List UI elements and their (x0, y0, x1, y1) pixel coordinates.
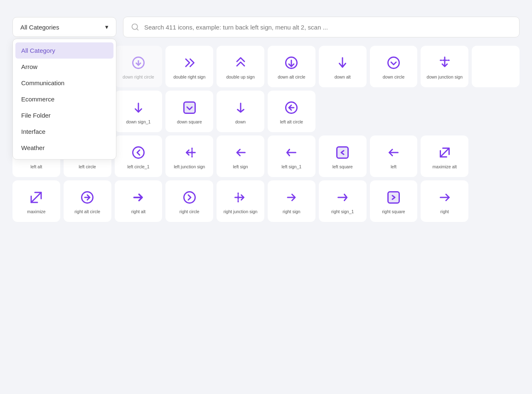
top-bar: All Categories ▾ All Category Arrow Comm… (12, 17, 520, 37)
list-item[interactable]: left circle_1 (115, 135, 163, 177)
icon-label: left square (332, 164, 353, 170)
list-item[interactable]: down (217, 91, 264, 132)
list-item[interactable]: left junction sign (165, 135, 213, 177)
list-item[interactable]: left sign (217, 135, 264, 177)
dropdown-selected-label: All Categories (20, 24, 59, 31)
icon-label: right sign (283, 209, 300, 215)
icon-label: down junction sign (427, 74, 463, 80)
list-item[interactable]: down square (165, 91, 213, 132)
list-item[interactable]: maximize (12, 180, 60, 222)
dropdown-item-communication[interactable]: Communication (13, 75, 116, 91)
icon-label: right sign_1 (331, 209, 354, 215)
icon-label: left alt (30, 164, 42, 170)
list-item[interactable]: right alt circle (64, 180, 111, 222)
icon-label: left circle_1 (127, 164, 149, 170)
search-icon (131, 23, 139, 31)
list-item[interactable]: right circle (165, 180, 213, 222)
list-item[interactable]: left alt circle (268, 91, 315, 132)
list-item[interactable]: left square (319, 135, 367, 177)
icon-label: down right circle (123, 74, 154, 80)
icon-label: right circle (180, 209, 200, 215)
svg-rect-22 (388, 192, 399, 203)
icon-label: left circle (79, 164, 96, 170)
dropdown-trigger[interactable]: All Categories ▾ (12, 17, 116, 37)
icon-label: left sign (233, 164, 248, 170)
list-item[interactable]: down circle (370, 46, 418, 87)
list-item[interactable]: right square (370, 180, 418, 222)
list-item[interactable]: down right circle (115, 46, 163, 87)
svg-line-1 (137, 29, 138, 30)
list-item[interactable]: maximize alt (421, 135, 468, 177)
list-item[interactable]: down alt (319, 46, 367, 87)
list-item[interactable]: down alt circle (268, 46, 315, 87)
list-item[interactable]: right junction sign (217, 180, 264, 222)
category-dropdown[interactable]: All Categories ▾ All Category Arrow Comm… (12, 17, 116, 37)
svg-point-19 (184, 192, 195, 203)
list-item[interactable]: left sign_1 (268, 135, 315, 177)
icon-label: right alt circle (74, 209, 100, 215)
icon-label: down circle (383, 74, 405, 80)
dropdown-item-filefolder[interactable]: File Folder (13, 107, 116, 123)
icon-label: maximize alt (433, 164, 457, 170)
list-item-empty (472, 46, 520, 87)
dropdown-menu: All Category Arrow Communication Ecommer… (12, 39, 116, 160)
dropdown-item-arrow[interactable]: Arrow (13, 59, 116, 75)
list-item[interactable]: double right sign (165, 46, 213, 87)
list-item[interactable]: right (421, 180, 468, 222)
icon-label: right junction sign (224, 209, 258, 215)
icon-label: down (235, 119, 246, 125)
icon-label: right square (382, 209, 405, 215)
list-item[interactable]: down junction sign (421, 46, 468, 87)
svg-rect-17 (337, 147, 348, 158)
icon-label: double right sign (173, 74, 205, 80)
icon-label: left (391, 164, 397, 170)
icon-label: left junction sign (174, 164, 205, 170)
list-item[interactable]: right alt (115, 180, 163, 222)
search-input[interactable] (144, 24, 512, 31)
icon-label: right (441, 209, 449, 215)
dropdown-item-interface[interactable]: Interface (13, 123, 116, 140)
list-item[interactable]: down sign_1 (115, 91, 163, 132)
icon-label: maximize (27, 209, 45, 215)
list-item[interactable]: right sign_1 (319, 180, 367, 222)
icon-label: down square (177, 119, 202, 125)
icon-label: down alt (335, 74, 351, 80)
icon-label: down alt circle (278, 74, 305, 80)
icon-label: left sign_1 (281, 164, 301, 170)
list-item[interactable]: right sign (268, 180, 315, 222)
chevron-down-icon: ▾ (105, 23, 108, 31)
list-item[interactable]: left (370, 135, 418, 177)
search-bar[interactable] (123, 17, 520, 37)
list-item[interactable]: double up sign (217, 46, 264, 87)
svg-point-8 (388, 57, 399, 69)
dropdown-item-weather[interactable]: Weather (13, 140, 116, 156)
dropdown-item-ecommerce[interactable]: Ecommerce (13, 91, 116, 107)
icon-label: double up sign (226, 74, 254, 80)
icon-label: down sign_1 (126, 119, 151, 125)
svg-point-14 (133, 147, 144, 158)
svg-rect-11 (184, 102, 195, 113)
icon-label: right alt (131, 209, 145, 215)
icon-label: left alt circle (280, 119, 303, 125)
dropdown-item-all[interactable]: All Category (15, 42, 113, 59)
